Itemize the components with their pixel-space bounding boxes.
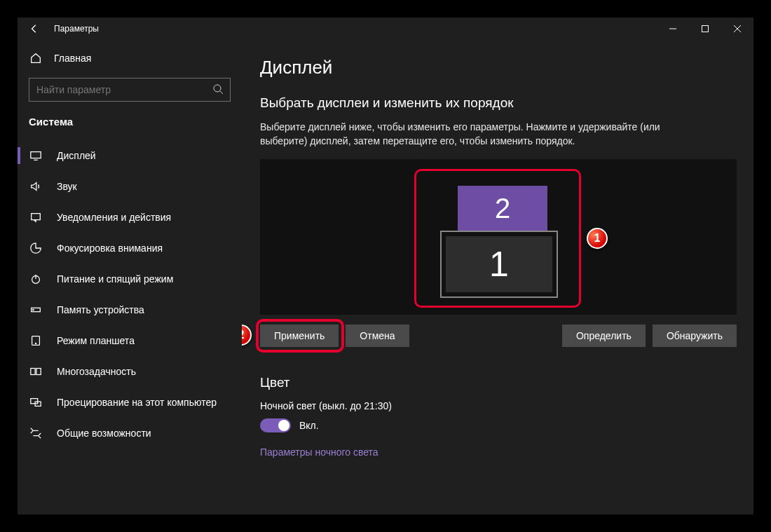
color-heading: Цвет [260, 375, 735, 390]
nav-item-multitask[interactable]: Многозадачность [18, 356, 242, 387]
maximize-button[interactable] [689, 18, 721, 40]
svg-rect-0 [702, 26, 709, 32]
main-content: Дисплей Выбрать дисплеи и изменить их по… [242, 40, 753, 514]
nav-label: Многозадачность [57, 366, 136, 377]
projecting-icon [29, 396, 43, 409]
window-controls [657, 18, 753, 40]
svg-point-1 [214, 85, 221, 92]
minimize-button[interactable] [657, 18, 689, 40]
display-arrange-area[interactable]: 2 1 1 [260, 159, 737, 315]
annotation-badge-2: 2 [242, 325, 252, 346]
display-2-number: 2 [495, 193, 510, 224]
power-icon [29, 273, 43, 285]
nav-item-display[interactable]: Дисплей [18, 140, 242, 171]
svg-rect-10 [36, 369, 41, 375]
arrange-button-row: 2 Применить Отмена Определить Обнаружить [260, 325, 737, 347]
sidebar-home-label: Главная [54, 53, 91, 64]
storage-icon [29, 303, 43, 316]
multitask-icon [29, 365, 43, 378]
search-icon [212, 83, 224, 95]
window-body: Главная Система Дисплей Звук Уведомле [18, 40, 753, 514]
display-1-number: 1 [489, 244, 509, 285]
svg-point-8 [35, 343, 36, 343]
night-light-toggle-row: Вкл. [260, 418, 735, 432]
toggle-knob [278, 420, 289, 431]
notifications-icon [29, 211, 43, 224]
svg-rect-3 [32, 214, 41, 220]
nav-item-focus[interactable]: Фокусировка внимания [18, 233, 242, 264]
nav-label: Фокусировка внимания [57, 243, 163, 254]
close-button[interactable] [721, 18, 753, 40]
nav-item-storage[interactable]: Память устройства [18, 294, 242, 325]
nav-item-sound[interactable]: Звук [18, 171, 242, 202]
nav-item-tablet[interactable]: Режим планшета [18, 325, 242, 356]
nav-label: Звук [57, 181, 77, 192]
titlebar: Параметры [18, 18, 753, 40]
nav-label: Режим планшета [57, 335, 135, 346]
night-light-settings-link[interactable]: Параметры ночного света [260, 446, 735, 458]
back-button[interactable] [18, 18, 51, 40]
display-tile-1[interactable]: 1 [440, 231, 558, 298]
nav-label: Дисплей [57, 150, 96, 161]
search-input[interactable] [29, 78, 231, 102]
svg-point-6 [33, 309, 34, 310]
nav-label: Память устройства [57, 304, 144, 315]
annotation-badge-1: 1 [587, 228, 608, 249]
svg-rect-2 [31, 152, 41, 158]
cancel-button[interactable]: Отмена [346, 325, 409, 347]
window-title: Параметры [54, 24, 99, 34]
apply-button[interactable]: Применить [260, 325, 339, 347]
arrange-description: Выберите дисплей ниже, чтобы изменить ег… [260, 121, 709, 148]
nav-label: Питание и спящий режим [57, 273, 173, 285]
nav-item-power[interactable]: Питание и спящий режим [18, 264, 242, 294]
toggle-state-text: Вкл. [299, 420, 319, 431]
display-icon [29, 149, 43, 162]
maximize-icon [702, 25, 709, 32]
svg-rect-11 [31, 399, 38, 404]
shared-icon [29, 427, 43, 439]
sidebar-nav: Дисплей Звук Уведомления и действия Фоку… [18, 140, 242, 449]
nav-item-projecting[interactable]: Проецирование на этот компьютер [18, 387, 242, 418]
nav-label: Проецирование на этот компьютер [57, 397, 217, 408]
display-tile-2[interactable]: 2 [458, 186, 547, 231]
tablet-icon [29, 334, 43, 347]
arrow-left-icon [29, 24, 39, 34]
sidebar-home[interactable]: Главная [18, 44, 242, 72]
identify-button[interactable]: Определить [562, 325, 646, 347]
detect-button[interactable]: Обнаружить [653, 325, 737, 347]
nav-label: Общие возможности [57, 428, 151, 439]
night-light-label: Ночной свет (выкл. до 21:30) [260, 400, 735, 411]
search-container [18, 72, 242, 111]
sound-icon [29, 180, 43, 193]
minimize-icon [669, 25, 676, 32]
svg-rect-9 [31, 369, 35, 375]
close-icon [734, 25, 741, 32]
settings-window: Параметры Главная [18, 18, 753, 514]
night-light-toggle[interactable] [260, 418, 291, 432]
right-buttons: Определить Обнаружить [562, 325, 737, 347]
page-title: Дисплей [260, 57, 735, 79]
focus-icon [29, 242, 43, 254]
arrange-heading: Выбрать дисплеи и изменить их порядок [260, 95, 735, 111]
display-1-inner: 1 [446, 236, 552, 292]
home-icon [29, 52, 43, 64]
nav-item-notifications[interactable]: Уведомления и действия [18, 202, 242, 233]
sidebar-heading: Система [18, 111, 242, 140]
nav-label: Уведомления и действия [57, 212, 171, 223]
sidebar: Главная Система Дисплей Звук Уведомле [18, 40, 242, 514]
nav-item-shared[interactable]: Общие возможности [18, 418, 242, 449]
